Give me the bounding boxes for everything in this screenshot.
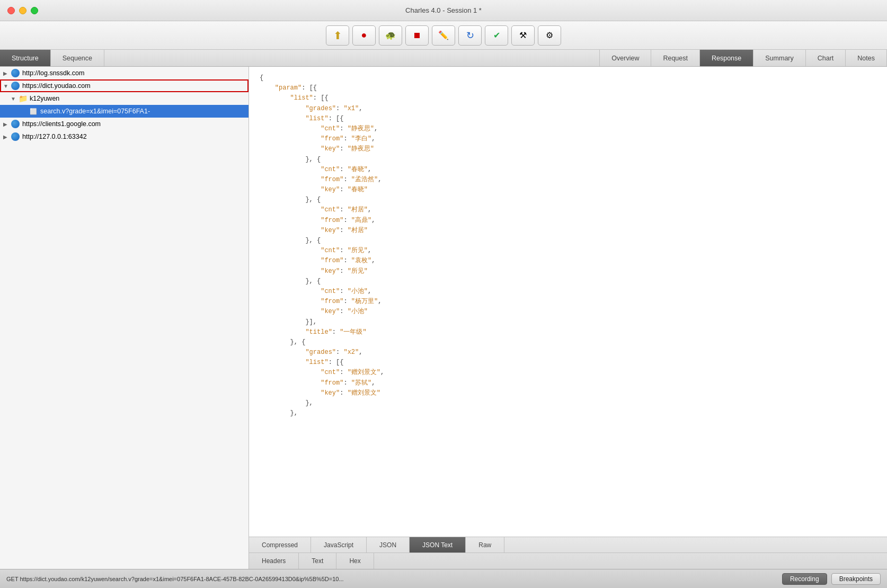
close-button[interactable] [7,7,15,14]
tab-summary[interactable]: Summary [753,50,805,66]
pointer-tool-button[interactable]: ⬆ [326,25,349,46]
tree-item-youdao[interactable]: ▼ https://dict.youdao.com [0,79,249,92]
tree-item-search[interactable]: ⬜ search.v?grade=x1&imei=075F6FA1- [0,105,249,118]
tree-item-google[interactable]: ▶ https://clients1.google.com [0,118,249,130]
breakpoints-button[interactable]: Breakpoints [831,573,881,585]
globe-icon-google [11,119,20,129]
tab-text[interactable]: Text [299,553,336,569]
bottom-tab-bar: Compressed JavaScript JSON JSON Text Raw… [249,537,887,569]
tab-request[interactable]: Request [651,50,700,66]
globe-icon-youdao [11,81,20,91]
status-bar: GET https://dict.youdao.com/k12yuwen/sea… [0,569,887,588]
tab-json-text[interactable]: JSON Text [410,537,466,553]
tab-raw[interactable]: Raw [466,537,504,553]
settings-button[interactable]: ⚙ [538,25,561,46]
tree-label-localhost: http://127.0.0.1:63342 [22,133,87,140]
tab-sequence[interactable]: Sequence [51,50,104,66]
response-panel: { "param": [{ "list": [{ "grades": "x1",… [249,67,887,569]
stop-button[interactable]: ⏹ [405,25,429,46]
tree-arrow-localhost: ▶ [3,134,11,140]
tree-label-search: search.v?grade=x1&imei=075F6FA1- [40,108,150,115]
tab-javascript[interactable]: JavaScript [311,537,367,553]
tab-notes[interactable]: Notes [846,50,887,66]
sidebar: ▶ http://log.snssdk.com ▼ https://dict.y… [0,67,249,569]
tab-chart[interactable]: Chart [806,50,846,66]
status-url: GET https://dict.youdao.com/k12yuwen/sea… [6,576,778,582]
folder-icon-k12yuwen: 📁 [18,94,28,103]
file-icon-search: ⬜ [29,106,38,116]
main-content: ▶ http://log.snssdk.com ▼ https://dict.y… [0,67,887,569]
tab-json[interactable]: JSON [367,537,410,553]
tree-label-k12yuwen: k12yuwen [30,95,59,102]
bottom-tab-row-1: Compressed JavaScript JSON JSON Text Raw [249,537,887,553]
tab-headers[interactable]: Headers [249,553,299,569]
edit-button[interactable]: ✏️ [432,25,455,46]
tab-overview[interactable]: Overview [600,50,651,66]
tools-button[interactable]: ⚒ [511,25,535,46]
tree-arrow-google: ▶ [3,121,11,127]
refresh-button[interactable]: ↻ [458,25,482,46]
toolbar: ⬆ ● 🐢 ⏹ ✏️ ↻ ✔ ⚒ ⚙ [0,21,887,50]
tree-arrow-snssdk: ▶ [3,70,11,76]
throttle-button[interactable]: 🐢 [379,25,402,46]
globe-icon-localhost [11,132,20,141]
record-button[interactable]: ● [352,25,376,46]
tab-structure[interactable]: Structure [0,50,51,66]
tab-response[interactable]: Response [700,50,753,66]
recording-button[interactable]: Recording [782,573,827,585]
tab-compressed[interactable]: Compressed [249,537,311,553]
tree-item-snssdk[interactable]: ▶ http://log.snssdk.com [0,67,249,79]
tree-label-snssdk: http://log.snssdk.com [22,69,84,77]
tree-item-localhost[interactable]: ▶ http://127.0.0.1:63342 [0,130,249,143]
maximize-button[interactable] [31,7,38,14]
globe-icon-snssdk [11,68,20,78]
titlebar: Charles 4.0 - Session 1 * [0,0,887,21]
top-tab-bar: Structure Sequence Overview Request Resp… [0,50,887,67]
tree-label-youdao: https://dict.youdao.com [22,82,91,90]
tree-item-k12yuwen[interactable]: ▼ 📁 k12yuwen [0,92,249,105]
minimize-button[interactable] [19,7,26,14]
tree-arrow-youdao: ▼ [3,83,11,89]
json-display[interactable]: { "param": [{ "list": [{ "grades": "x1",… [249,67,887,537]
window-title: Charles 4.0 - Session 1 * [405,6,482,14]
tab-hex[interactable]: Hex [336,553,374,569]
window-controls [7,7,38,14]
tree-label-google: https://clients1.google.com [22,120,101,128]
bottom-tab-row-2: Headers Text Hex [249,553,887,569]
validate-button[interactable]: ✔ [485,25,508,46]
tree-arrow-k12yuwen: ▼ [11,96,18,102]
